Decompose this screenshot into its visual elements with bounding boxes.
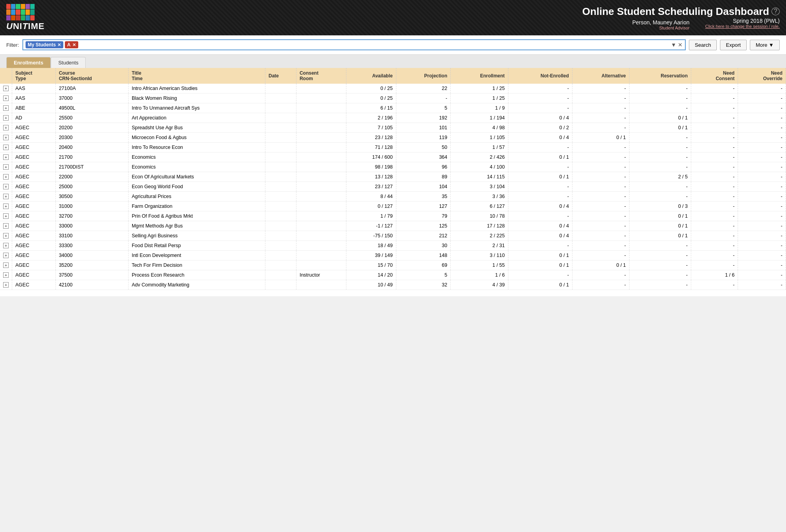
expand-button[interactable]: +: [3, 105, 9, 111]
cell-need-consent: -: [691, 113, 738, 123]
cell-date: [265, 113, 296, 123]
expand-cell[interactable]: +: [0, 192, 12, 202]
search-button[interactable]: Search: [689, 40, 717, 50]
person-role: Student Advisor: [632, 26, 690, 30]
filter-clear-icon[interactable]: ✕: [678, 42, 683, 48]
help-icon[interactable]: ?: [771, 7, 780, 15]
cell-not-enrolled: 0 / 4: [508, 221, 572, 231]
expand-cell[interactable]: +: [0, 211, 12, 221]
export-button[interactable]: Export: [720, 40, 747, 50]
cell-crn: 21700DIST: [55, 162, 128, 172]
expand-cell[interactable]: +: [0, 202, 12, 211]
cell-alternative: 0 / 1: [572, 133, 629, 143]
cell-consent: [296, 251, 346, 260]
cell-alternative: -: [572, 280, 629, 290]
cell-crn: 30500: [55, 192, 128, 202]
expand-button[interactable]: +: [3, 204, 9, 209]
col-reservation: Reservation: [629, 68, 691, 84]
expand-cell[interactable]: +: [0, 241, 12, 251]
table-row: + AGEC 34000 Intl Econ Development 39 / …: [0, 251, 786, 260]
expand-cell[interactable]: +: [0, 152, 12, 162]
expand-cell[interactable]: +: [0, 231, 12, 241]
tab-enrollments[interactable]: Enrollments: [6, 57, 51, 68]
expand-button[interactable]: +: [3, 262, 9, 268]
expand-button[interactable]: +: [3, 213, 9, 219]
expand-cell[interactable]: +: [0, 123, 12, 133]
cell-title: Microecon Food & Agbus: [128, 133, 265, 143]
expand-button[interactable]: +: [3, 272, 9, 278]
expand-button[interactable]: +: [3, 282, 9, 288]
expand-cell[interactable]: +: [0, 113, 12, 123]
expand-cell[interactable]: +: [0, 270, 12, 280]
expand-cell[interactable]: +: [0, 172, 12, 182]
expand-button[interactable]: +: [3, 154, 9, 160]
cell-date: [265, 182, 296, 192]
filter-input-area[interactable]: My Students ✕ A ✕ ▼ ✕: [22, 39, 686, 50]
expand-button[interactable]: +: [3, 125, 9, 130]
filter-label: Filter:: [6, 42, 19, 48]
expand-button[interactable]: +: [3, 184, 9, 189]
cell-not-enrolled: -: [508, 211, 572, 221]
session-label: Spring 2018 (PWL): [721, 18, 780, 24]
expand-button[interactable]: +: [3, 86, 9, 91]
header-right: Online Student Scheduling Dashboard ? Pe…: [582, 6, 780, 30]
expand-cell[interactable]: +: [0, 94, 12, 103]
filter-tag-a-remove[interactable]: ✕: [72, 42, 76, 48]
expand-button[interactable]: +: [3, 135, 9, 140]
expand-cell[interactable]: +: [0, 221, 12, 231]
cell-alternative: -: [572, 172, 629, 182]
cell-reservation: -: [629, 152, 691, 162]
cell-available: 8 / 44: [346, 192, 396, 202]
table-row: + AAS 37000 Black Women Rising 0 / 25 - …: [0, 94, 786, 103]
filter-tag-a[interactable]: A ✕: [65, 41, 78, 48]
cell-need-consent: -: [691, 221, 738, 231]
expand-button[interactable]: +: [3, 164, 9, 170]
cell-reservation: 0 / 3: [629, 202, 691, 211]
cell-consent: [296, 260, 346, 270]
cell-available: 0 / 25: [346, 94, 396, 103]
cell-need-consent: -: [691, 84, 738, 94]
expand-button[interactable]: +: [3, 233, 9, 238]
tab-students[interactable]: Students: [51, 57, 86, 68]
cell-subject: AGEC: [12, 270, 56, 280]
cell-need-override: -: [738, 113, 786, 123]
expand-cell[interactable]: +: [0, 84, 12, 94]
cell-date: [265, 221, 296, 231]
cell-not-enrolled: 0 / 2: [508, 123, 572, 133]
col-not-enrolled: Not-Enrolled: [508, 68, 572, 84]
cell-projection: 104: [396, 182, 451, 192]
expand-cell[interactable]: +: [0, 133, 12, 143]
cell-crn: 21700: [55, 152, 128, 162]
cell-need-override: -: [738, 182, 786, 192]
filter-tag-my-students[interactable]: My Students ✕: [26, 41, 63, 48]
cell-need-consent: -: [691, 260, 738, 270]
cell-enrollment: 17 / 128: [451, 221, 508, 231]
expand-button[interactable]: +: [3, 243, 9, 248]
expand-button[interactable]: +: [3, 223, 9, 229]
expand-cell[interactable]: +: [0, 182, 12, 192]
expand-button[interactable]: +: [3, 145, 9, 150]
cell-subject: AGEC: [12, 172, 56, 182]
expand-cell[interactable]: +: [0, 260, 12, 270]
expand-button[interactable]: +: [3, 174, 9, 180]
cell-need-consent: -: [691, 241, 738, 251]
filter-dropdown-icon[interactable]: ▼: [671, 42, 676, 48]
filter-tag-my-students-remove[interactable]: ✕: [57, 42, 61, 48]
expand-cell[interactable]: +: [0, 103, 12, 113]
expand-cell[interactable]: +: [0, 251, 12, 260]
expand-button[interactable]: +: [3, 95, 9, 101]
expand-cell[interactable]: +: [0, 162, 12, 172]
table-row: + AGEC 20300 Microecon Food & Agbus 23 /…: [0, 133, 786, 143]
cell-not-enrolled: -: [508, 182, 572, 192]
cell-consent: [296, 280, 346, 290]
expand-button[interactable]: +: [3, 115, 9, 121]
cell-consent: [296, 182, 346, 192]
session-link[interactable]: Click here to change the session / role.: [705, 24, 780, 29]
expand-cell[interactable]: +: [0, 280, 12, 290]
expand-cell[interactable]: +: [0, 143, 12, 152]
cell-alternative: -: [572, 94, 629, 103]
expand-button[interactable]: +: [3, 194, 9, 199]
more-button[interactable]: More ▼: [750, 40, 780, 50]
cell-available: 6 / 15: [346, 103, 396, 113]
expand-button[interactable]: +: [3, 253, 9, 258]
